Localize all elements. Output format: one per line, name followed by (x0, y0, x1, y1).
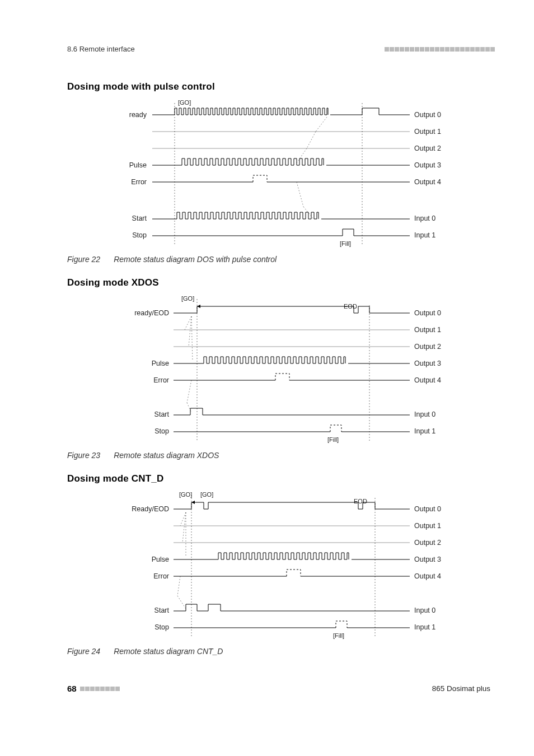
label-start: Start (154, 606, 170, 614)
svg-line-58 (177, 576, 180, 596)
diagram-dos-pulse: [GO] ready Output 0 Output 1 Output 2 Pu… (107, 95, 455, 251)
label-in1: Input 1 (414, 623, 435, 631)
diagram-cntd: [GO] [GO] EOD Ready/EOD Output 0 Output … (107, 487, 455, 643)
label-fill: [Fill] (333, 632, 344, 639)
label-out0: Output 0 (414, 505, 441, 513)
label-input1: Input 1 (414, 231, 435, 239)
label-fill: [Fill] (340, 240, 351, 247)
label-out1: Output 1 (414, 326, 441, 334)
figure-23-caption: Figure 23Remote status diagram XDOS (67, 451, 495, 460)
label-out1: Output 1 (414, 522, 441, 530)
svg-line-16 (307, 132, 316, 148)
label-stop: Stop (154, 623, 169, 631)
header-ornament (385, 47, 495, 52)
label-output0: Output 0 (414, 111, 441, 119)
label-input0: Input 0 (414, 214, 435, 222)
figure-24-caption: Figure 24Remote status diagram CNT_D (67, 647, 495, 656)
label-error: Error (131, 178, 147, 186)
label-output1: Output 1 (414, 128, 441, 136)
label-ready-eod: ready/EOD (134, 309, 169, 317)
svg-line-59 (177, 596, 186, 609)
label-in0: Input 0 (414, 410, 435, 418)
label-pulse: Pulse (152, 360, 169, 367)
label-stop: Stop (132, 231, 147, 239)
svg-line-18 (297, 182, 303, 207)
label-in0: Input 0 (414, 606, 435, 614)
label-output4: Output 4 (414, 178, 441, 186)
label-pulse: Pulse (152, 556, 169, 563)
doc-title: 865 Dosimat plus (432, 684, 490, 693)
svg-marker-23 (197, 305, 200, 308)
label-in1: Input 1 (414, 427, 435, 435)
section-heading-1: Dosing mode with pulse control (67, 81, 495, 92)
label-error: Error (153, 376, 169, 384)
label-pulse: Pulse (129, 161, 147, 169)
label-ready: ready (129, 111, 147, 119)
label-error: Error (153, 572, 169, 580)
label-go1: [GO] (179, 491, 192, 498)
label-output3: Output 3 (414, 161, 441, 169)
footer-ornament (80, 687, 120, 691)
header-section: 8.6 Remote interface (67, 45, 135, 53)
page-number: 68 (67, 684, 77, 693)
label-start: Start (154, 410, 170, 418)
diagram-xdos: [GO] EOD ready/EOD Output 0 Output 1 Out… (107, 291, 455, 447)
svg-marker-43 (191, 501, 195, 504)
label-output2: Output 2 (414, 144, 441, 152)
label-start: Start (132, 214, 147, 222)
label-out0: Output 0 (414, 309, 441, 317)
label-out3: Output 3 (414, 556, 441, 563)
svg-line-38 (187, 380, 191, 403)
label-eod: EOD (354, 498, 367, 505)
svg-line-37 (191, 316, 193, 361)
svg-line-36 (189, 316, 191, 347)
label-out4: Output 4 (414, 572, 441, 580)
label-go: [GO] (178, 99, 191, 106)
label-out4: Output 4 (414, 376, 441, 384)
label-out3: Output 3 (414, 360, 441, 367)
svg-line-15 (316, 117, 327, 132)
label-fill: [Fill] (327, 436, 339, 443)
svg-line-56 (182, 512, 186, 543)
label-out2: Output 2 (414, 539, 441, 547)
section-heading-2: Dosing mode XDOS (67, 277, 495, 288)
figure-22-caption: Figure 22Remote status diagram DOS with … (67, 255, 495, 264)
label-out2: Output 2 (414, 343, 441, 351)
svg-line-55 (180, 512, 186, 526)
label-go2: [GO] (200, 491, 213, 498)
label-stop: Stop (154, 427, 169, 435)
svg-line-39 (187, 403, 191, 413)
label-ready-eod: Ready/EOD (132, 505, 169, 513)
label-go: [GO] (181, 295, 194, 302)
section-heading-3: Dosing mode CNT_D (67, 473, 495, 484)
